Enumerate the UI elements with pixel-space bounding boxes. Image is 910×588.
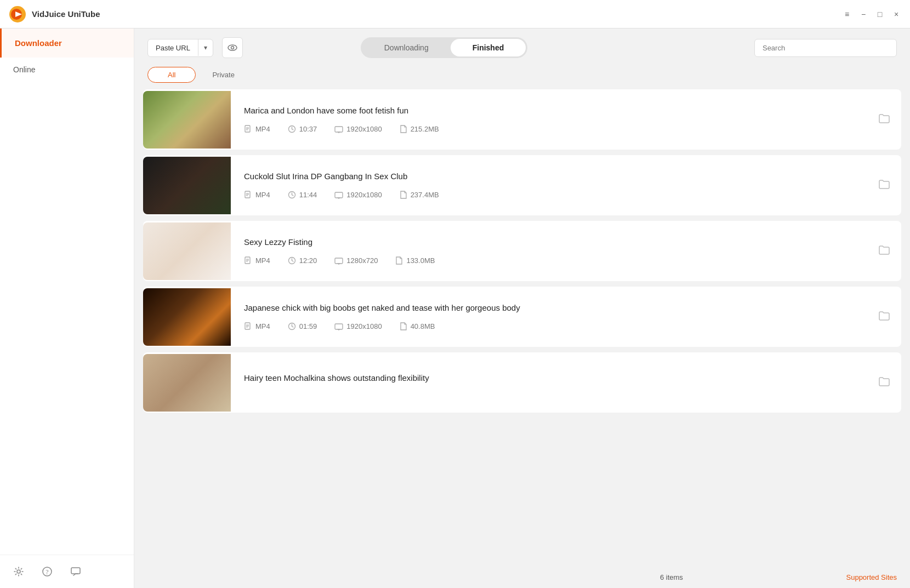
filter-all-button[interactable]: All — [147, 67, 196, 83]
clipboard-button[interactable] — [222, 37, 243, 58]
svg-text:?: ? — [46, 568, 48, 576]
resolution-meta: 1280x720 — [334, 256, 378, 265]
item-meta: MP4 10:37 1920x1080 — [244, 125, 865, 133]
maximize-button[interactable]: □ — [875, 9, 885, 19]
svg-rect-16 — [335, 127, 343, 132]
item-info: Marica and London have some foot fetish … — [244, 97, 865, 142]
app-logo — [9, 5, 26, 23]
open-folder-button[interactable] — [878, 375, 890, 390]
svg-rect-46 — [335, 324, 343, 329]
help-icon[interactable]: ? — [39, 564, 55, 579]
minimize-button[interactable]: − — [858, 9, 868, 19]
tab-group: Downloading Finished — [361, 37, 528, 58]
tab-downloading[interactable]: Downloading — [362, 39, 451, 56]
supported-sites-link[interactable]: Supported Sites — [846, 573, 897, 581]
item-title: Hairy teen Mochalkina shows outstanding … — [244, 373, 865, 383]
items-count: 6 items — [497, 573, 846, 581]
svg-rect-26 — [335, 192, 343, 198]
size-meta: 237.4MB — [400, 191, 439, 199]
open-folder-button[interactable] — [878, 310, 890, 324]
main-layout: Downloader Online ? — [0, 28, 910, 588]
close-button[interactable]: × — [891, 9, 901, 19]
svg-line-35 — [292, 261, 293, 262]
settings-icon[interactable] — [11, 564, 26, 579]
item-meta: MP4 12:20 1280x720 — [244, 256, 865, 265]
tab-finished[interactable]: Finished — [451, 39, 526, 56]
svg-rect-36 — [335, 258, 343, 264]
item-title: Cuckold Slut Irina DP Gangbang In Sex Cl… — [244, 172, 865, 181]
item-info: Sexy Lezzy Fisting MP4 12:20 — [244, 229, 865, 273]
item-info: Japanese chick with big boobs get naked … — [244, 294, 865, 339]
item-meta: MP4 01:59 1920x1080 — [244, 322, 865, 330]
sidebar-nav: Downloader Online — [0, 28, 134, 555]
menu-button[interactable]: ≡ — [842, 9, 852, 19]
resolution-meta: 1920x1080 — [334, 322, 382, 330]
item-thumbnail — [143, 222, 231, 280]
item-thumbnail — [143, 157, 231, 214]
sidebar-footer: ? — [0, 555, 134, 588]
item-thumbnail — [143, 354, 231, 412]
svg-line-15 — [292, 129, 293, 130]
download-item-4: Japanese chick with big boobs get naked … — [143, 287, 901, 347]
size-meta: 215.2MB — [400, 125, 439, 133]
size-meta: 133.0MB — [395, 256, 435, 265]
toolbar: Paste URL ▾ Downloading Finished — [134, 28, 910, 67]
svg-point-3 — [17, 570, 20, 573]
sidebar-item-online[interactable]: Online — [0, 58, 134, 82]
item-title: Marica and London have some foot fetish … — [244, 106, 865, 115]
app-title: VidJuice UniTube — [32, 9, 842, 19]
svg-point-8 — [231, 47, 234, 49]
duration-meta: 10:37 — [288, 125, 317, 133]
paste-url-label: Paste URL — [148, 39, 198, 56]
item-thumbnail — [143, 288, 231, 346]
open-folder-button[interactable] — [878, 112, 890, 127]
svg-point-7 — [228, 45, 237, 50]
item-thumbnail — [143, 91, 231, 149]
item-info: Hairy teen Mochalkina shows outstanding … — [244, 364, 865, 401]
chat-icon[interactable] — [68, 564, 83, 579]
svg-line-25 — [292, 195, 293, 196]
format-meta: MP4 — [244, 322, 270, 330]
size-meta: 40.8MB — [400, 322, 435, 330]
item-title: Japanese chick with big boobs get naked … — [244, 303, 865, 312]
content-footer: 6 items Supported Sites — [134, 567, 910, 588]
sidebar-item-downloader[interactable]: Downloader — [0, 28, 134, 58]
paste-url-button[interactable]: Paste URL ▾ — [147, 39, 213, 57]
sidebar: Downloader Online ? — [0, 28, 134, 588]
duration-meta: 12:20 — [288, 256, 317, 265]
svg-line-45 — [292, 327, 293, 328]
paste-url-dropdown-arrow[interactable]: ▾ — [198, 39, 213, 56]
resolution-meta: 1920x1080 — [334, 191, 382, 199]
item-meta: MP4 11:44 1920x1080 — [244, 191, 865, 199]
search-input[interactable] — [754, 39, 897, 57]
download-item-2: Cuckold Slut Irina DP Gangbang In Sex Cl… — [143, 155, 901, 215]
download-item-5: Hairy teen Mochalkina shows outstanding … — [143, 352, 901, 413]
download-list: Marica and London have some foot fetish … — [134, 89, 910, 567]
filter-bar: All Private — [134, 67, 910, 89]
format-meta: MP4 — [244, 125, 270, 133]
svg-rect-6 — [71, 568, 80, 574]
filter-private-button[interactable]: Private — [196, 67, 251, 82]
item-info: Cuckold Slut Irina DP Gangbang In Sex Cl… — [244, 163, 865, 208]
open-folder-button[interactable] — [878, 244, 890, 259]
content-area: Paste URL ▾ Downloading Finished All Pri… — [134, 28, 910, 588]
duration-meta: 11:44 — [288, 191, 317, 199]
download-item-1: Marica and London have some foot fetish … — [143, 89, 901, 150]
download-item-3: Sexy Lezzy Fisting MP4 12:20 — [143, 221, 901, 281]
window-controls: ≡ − □ × — [842, 9, 901, 19]
item-title: Sexy Lezzy Fisting — [244, 237, 865, 247]
format-meta: MP4 — [244, 256, 270, 265]
title-bar: VidJuice UniTube ≡ − □ × — [0, 0, 910, 28]
resolution-meta: 1920x1080 — [334, 125, 382, 133]
duration-meta: 01:59 — [288, 322, 317, 330]
open-folder-button[interactable] — [878, 178, 890, 193]
format-meta: MP4 — [244, 191, 270, 199]
